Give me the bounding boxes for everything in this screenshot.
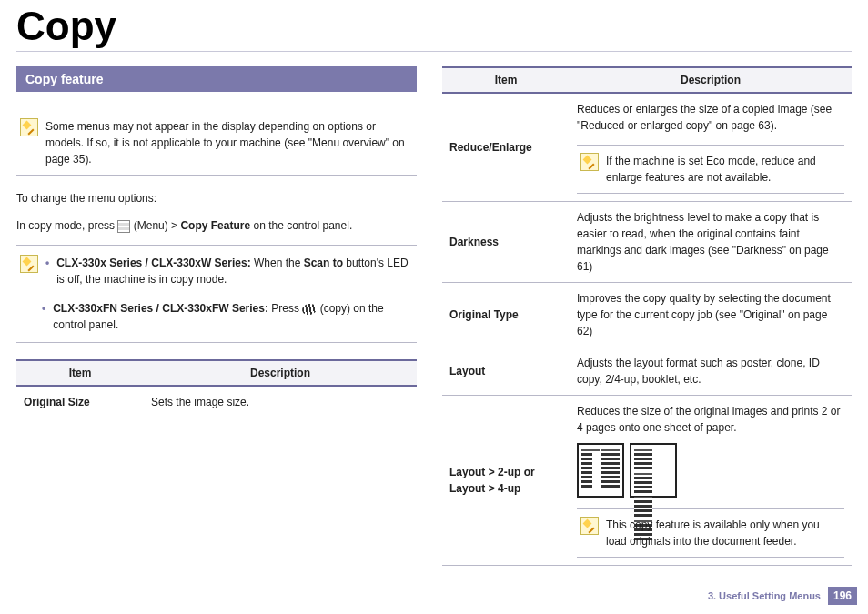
or: or xyxy=(520,466,534,478)
desc-text: Reduces or enlarges the size of a copied… xyxy=(577,101,844,134)
th-desc: Description xyxy=(144,360,417,386)
cell-item: Darkness xyxy=(442,202,570,283)
copy-icon xyxy=(301,303,318,317)
inner-note: If the machine is set Eco mode, reduce a… xyxy=(577,145,844,194)
cell-desc: Adjusts the layout format such as poster… xyxy=(570,347,852,396)
thumb-page xyxy=(634,495,652,517)
menu-icon xyxy=(117,220,130,233)
table-header-row: Item Description xyxy=(16,360,417,386)
desc-text: Reduces the size of the original images … xyxy=(577,403,844,436)
table-row: Original Size Sets the image size. xyxy=(16,386,417,418)
series-row-1: • CLX-330x Series / CLX-330xW Series: Wh… xyxy=(20,255,413,287)
thumb-page xyxy=(581,448,600,493)
thumb-2up xyxy=(577,443,624,498)
layout-d: 4-up xyxy=(498,482,520,495)
thumb-page xyxy=(634,448,652,469)
note-text: If the machine is set Eco mode, reduce a… xyxy=(606,153,841,186)
table-row: Reduce/Enlarge Reduces or enlarges the s… xyxy=(442,93,852,202)
table-row: Layout > 2-up or Layout > 4-up Reduces t… xyxy=(442,396,852,566)
instr-feature: Copy Feature xyxy=(180,219,250,232)
table-header-row: Item Description xyxy=(442,67,852,93)
table-row: Darkness Adjusts the brightness level to… xyxy=(442,202,852,283)
cell-desc: Adjusts the brightness level to make a c… xyxy=(570,202,852,283)
note-top: Some menus may not appear in the display… xyxy=(16,111,417,176)
series2-label: CLX-330xFN Series / CLX-330xFW Series: xyxy=(53,302,268,315)
section-rule xyxy=(16,96,417,96)
cell-desc: Improves the copy quality by selecting t… xyxy=(570,283,852,347)
thumb-page xyxy=(601,448,620,493)
footer: 3. Useful Setting Menus 196 xyxy=(708,587,857,605)
gt2: > xyxy=(485,482,498,495)
left-table: Item Description Original Size Sets the … xyxy=(16,359,417,418)
series-row-2: • CLX-330xFN Series / CLX-330xFW Series:… xyxy=(20,300,413,333)
th-desc: Description xyxy=(570,67,852,93)
th-item: Item xyxy=(442,67,570,93)
left-column: Copy feature Some menus may not appear i… xyxy=(16,66,417,566)
layout-thumbnails xyxy=(577,443,844,498)
instruction-text: In copy mode, press (Menu) > Copy Featur… xyxy=(16,217,417,234)
series-note-box: • CLX-330x Series / CLX-330xW Series: Wh… xyxy=(16,245,417,343)
footer-page-number: 196 xyxy=(828,587,857,605)
series1-text: When the xyxy=(251,257,304,269)
layout-b: 2-up xyxy=(498,466,520,478)
layout-c: Layout xyxy=(449,482,485,495)
instr-menu: (Menu) xyxy=(134,219,168,232)
note-icon xyxy=(580,153,599,171)
bullet-icon: • xyxy=(45,255,49,287)
section-heading: Copy feature xyxy=(16,66,417,92)
cell-item: Layout xyxy=(442,347,570,396)
instr-mid: > xyxy=(171,219,180,232)
note-icon xyxy=(580,517,599,535)
note-text: Some menus may not appear in the display… xyxy=(45,118,409,167)
note-icon xyxy=(20,118,38,136)
cell-item: Original Type xyxy=(442,283,570,347)
note-text: This copy feature is available only when… xyxy=(606,517,841,549)
series1-bold: Scan to xyxy=(304,257,343,269)
title-rule xyxy=(16,51,852,52)
th-item: Item xyxy=(16,360,144,386)
bullet-icon: • xyxy=(42,300,45,333)
thumb-page xyxy=(634,471,652,493)
page-title: Copy xyxy=(16,4,852,49)
series1-label: CLX-330x Series / CLX-330xW Series: xyxy=(56,257,250,269)
footer-chapter: 3. Useful Setting Menus xyxy=(708,590,821,601)
cell-item: Reduce/Enlarge xyxy=(442,93,570,202)
table-row: Layout Adjusts the layout format such as… xyxy=(442,347,852,396)
cell-desc: Reduces or enlarges the size of a copied… xyxy=(570,93,852,202)
right-column: Item Description Reduce/Enlarge Reduces … xyxy=(442,66,852,566)
series2-content: CLX-330xFN Series / CLX-330xFW Series: P… xyxy=(53,300,413,333)
right-table: Item Description Reduce/Enlarge Reduces … xyxy=(442,66,852,566)
cell-item: Original Size xyxy=(16,386,144,418)
note-icon xyxy=(20,255,38,273)
layout-a: Layout xyxy=(449,466,485,478)
cell-item: Layout > 2-up or Layout > 4-up xyxy=(442,396,570,566)
cell-desc: Reduces the size of the original images … xyxy=(570,396,852,566)
series1-content: CLX-330x Series / CLX-330xW Series: When… xyxy=(56,255,413,287)
gt1: > xyxy=(485,466,498,478)
table-row: Original Type Improves the copy quality … xyxy=(442,283,852,347)
cell-desc: Sets the image size. xyxy=(144,386,417,418)
instr-post: on the control panel. xyxy=(253,219,352,232)
instr-pre: In copy mode, press xyxy=(16,219,117,232)
thumb-4up xyxy=(630,443,677,498)
inner-note: This copy feature is available only when… xyxy=(577,508,844,558)
intro-text: To change the menu options: xyxy=(16,190,417,206)
series2-text: Press xyxy=(268,302,302,315)
